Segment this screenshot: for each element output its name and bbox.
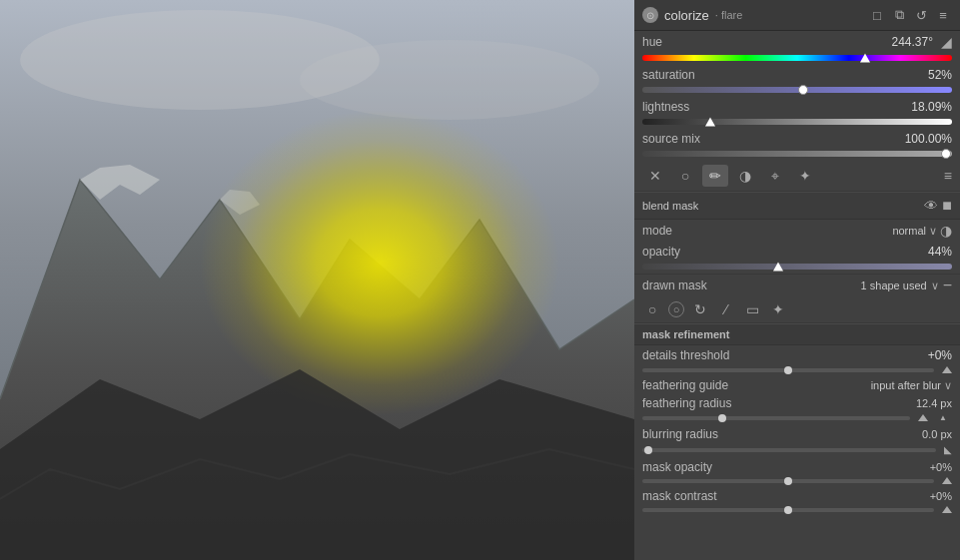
mode-value: normal [892,225,926,237]
module-subtitle: · flare [715,9,743,21]
opacity-value: 44% [928,245,952,259]
feathering-radius-value: 12.4 px [916,397,952,409]
opacity-row: opacity 44% [634,242,960,262]
lightness-label: lightness [642,100,722,114]
copy-button[interactable]: ⧉ [890,6,908,24]
blurring-radius-row: blurring radius 0.0 px [634,425,960,443]
details-threshold-up[interactable] [942,366,952,373]
lightness-slider[interactable] [634,117,960,129]
blend-mask-actions: 👁 ■ [924,197,952,215]
mask-contrast-slider[interactable] [634,505,960,516]
hue-row: hue 244.37° ◢ [634,31,960,53]
shape-ellipse[interactable]: ○ [642,299,662,319]
mask-opacity-slider[interactable] [634,476,960,487]
saturation-slider[interactable] [634,85,960,97]
blurring-radius-value: 0.0 px [922,428,952,440]
module-title: colorize [664,8,709,23]
blend-mask-fill[interactable]: ■ [942,197,952,215]
image-panel [0,0,634,560]
mode-select-group: normal ∨ ◑ [892,223,952,239]
shape-star[interactable]: ✦ [768,299,788,319]
drawn-mask-value: 1 shape used [861,280,927,291]
feathering-radius-slider[interactable]: ▲ [634,412,960,425]
mask-opacity-value: +0% [930,461,952,473]
shapes-row: ○ ○ ↻ ∕ ▭ ✦ [634,296,960,322]
blend-mask-label: blend mask [642,200,698,212]
tool-draw[interactable]: ✏ [702,165,728,187]
blurring-radius-indicator: ◣ [944,444,952,455]
mask-contrast-up[interactable] [942,506,952,513]
tool-circle[interactable]: ○ [672,165,698,187]
feathering-radius-row: feathering radius 12.4 px [634,394,960,412]
saturation-label: saturation [642,68,722,82]
source-mix-row: source mix 100.00% [634,129,960,149]
opacity-label: opacity [642,245,722,259]
drawn-mask-label: drawn mask [642,279,722,292]
drawn-mask-row: drawn mask 1 shape used ∨ − [634,274,960,296]
svg-marker-8 [0,369,634,560]
drawn-mask-minus[interactable]: − [943,278,952,293]
saturation-row: saturation 52% [634,65,960,85]
module-icon: ⊙ [642,7,658,23]
drawn-mask-dropdown[interactable]: ∨ [931,280,939,292]
saturation-value: 52% [928,68,952,82]
toolbar-menu[interactable]: ≡ [944,168,952,184]
blurring-radius-slider[interactable]: ◣ [634,443,960,458]
tool-halfcircle[interactable]: ◑ [732,165,758,187]
opacity-slider[interactable] [634,262,960,274]
blurring-radius-label: blurring radius [642,427,722,441]
panel-header: ⊙ colorize · flare □ ⧉ ↺ ≡ [634,0,960,31]
toolbar-row: ✕ ○ ✏ ◑ ⌖ ✦ ≡ [634,161,960,192]
mode-half-icon[interactable]: ◑ [940,223,952,239]
feathering-guide-select: input after blur ∨ [871,379,952,392]
lightness-row: lightness 18.09% [634,97,960,117]
shape-path[interactable]: ∕ [716,299,736,319]
mode-dropdown-icon[interactable]: ∨ [929,225,937,238]
feathering-guide-value: input after blur [871,379,941,391]
shape-rotate[interactable]: ↻ [690,299,710,319]
hue-slider[interactable] [634,53,960,65]
feathering-radius-indicator: ▲ [934,413,952,422]
shape-rect[interactable]: ▭ [742,299,762,319]
source-mix-value: 100.00% [905,132,952,146]
source-mix-slider[interactable] [634,149,960,161]
blend-mask-eye[interactable]: 👁 [924,198,938,214]
blend-mask-row: blend mask 👁 ■ [634,192,960,220]
details-threshold-row: details threshold +0% [634,345,960,365]
feathering-guide-row: feathering guide input after blur ∨ [634,376,960,394]
menu-button[interactable]: ≡ [934,6,952,24]
hue-value: 244.37° [891,35,933,49]
mask-contrast-value: +0% [930,490,952,502]
feathering-guide-dropdown[interactable]: ∨ [944,379,952,392]
mask-contrast-label: mask contrast [642,489,722,503]
hue-label: hue [642,35,722,49]
mask-opacity-label: mask opacity [642,460,722,474]
drawn-mask-controls: 1 shape used ∨ − [861,278,952,293]
details-threshold-slider[interactable] [634,365,960,376]
feathering-radius-label: feathering radius [642,396,731,410]
feathering-radius-up[interactable] [918,414,928,421]
controls-panel: ⊙ colorize · flare □ ⧉ ↺ ≡ hue 244.37° ◢… [634,0,960,560]
pin-button[interactable]: □ [868,6,886,24]
details-threshold-label: details threshold [642,348,729,362]
shape-circle[interactable]: ○ [668,301,684,317]
mask-opacity-row: mask opacity +0% [634,458,960,476]
header-actions: □ ⧉ ↺ ≡ [868,6,952,24]
mode-row: mode normal ∨ ◑ [634,220,960,242]
tool-sparkle[interactable]: ✦ [792,165,818,187]
details-threshold-value: +0% [928,348,952,362]
feathering-guide-label: feathering guide [642,378,728,392]
source-mix-label: source mix [642,132,722,146]
tool-crosshair[interactable]: ⌖ [762,165,788,187]
mask-opacity-up[interactable] [942,477,952,484]
mode-label: mode [642,224,722,238]
reset-button[interactable]: ↺ [912,6,930,24]
mask-contrast-row: mask contrast +0% [634,487,960,505]
mask-refinement-header: mask refinement [634,323,960,345]
lightness-value: 18.09% [911,100,952,114]
hue-eyedrop[interactable]: ◢ [941,34,952,50]
tool-close[interactable]: ✕ [642,165,668,187]
mask-refinement-title: mask refinement [642,328,729,340]
